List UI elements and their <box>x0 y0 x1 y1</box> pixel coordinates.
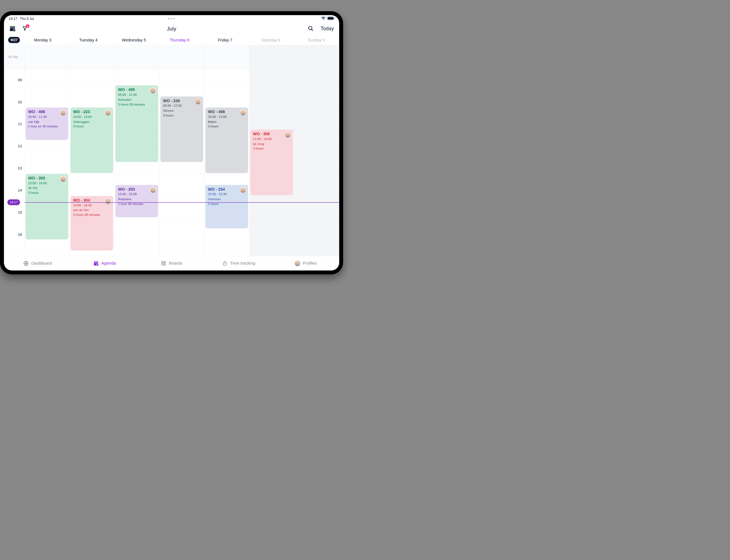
hour-label: 16 <box>18 233 22 237</box>
calendar-event[interactable]: WO - 49810:00 - 11:30van Dijk1 hour en 3… <box>25 108 68 140</box>
day-header[interactable]: Monday 3 <box>20 38 66 42</box>
event-duration: 3 hours <box>163 114 201 117</box>
event-person: Malen <box>208 120 246 123</box>
day-header[interactable]: Friday 7 <box>202 38 248 42</box>
bottom-nav: Dashboard Agenda Boards Time tracking Pr… <box>4 256 339 270</box>
calendar-event[interactable]: WO - 30414:00 - 16:30van de Ven2 hours 3… <box>71 196 113 251</box>
allday-cell[interactable] <box>294 45 339 69</box>
grid-icon <box>161 260 167 266</box>
event-duration: 3 hours <box>208 125 246 128</box>
event-duration: 3 hours <box>253 147 291 150</box>
svg-rect-9 <box>162 264 163 265</box>
event-time: 09:30 - 12:30 <box>163 104 201 108</box>
avatar <box>295 260 300 266</box>
nav-label: Boards <box>169 261 183 266</box>
days-header: W27 Monday 3Tuesday 4Wednesday 5Thursday… <box>4 35 339 45</box>
calendar-event[interactable]: WO - 29313:30 - 15:00Reijnders1 hour 30 … <box>115 185 158 217</box>
avatar <box>150 87 157 94</box>
event-time: 11:00 - 14:00 <box>253 137 291 141</box>
status-bar: 14:17 Thu 6 Jul <box>4 15 339 22</box>
hour-label: 11 <box>18 122 22 126</box>
event-time: 10:00 - 11:30 <box>28 115 66 118</box>
day-column[interactable]: WO - 22310:00 - 13:00Verbruggen3 hoursWO… <box>69 69 115 256</box>
day-header[interactable]: Thursday 6 <box>157 38 202 42</box>
event-duration: 3 hours <box>73 125 111 128</box>
svg-rect-7 <box>162 262 163 263</box>
event-duration: 2 hours 30 minutes <box>73 213 111 217</box>
day-header[interactable]: Tuesday 4 <box>66 38 111 42</box>
multitask-dots-icon[interactable] <box>4 18 339 19</box>
nav-label: Time tracking <box>230 261 255 266</box>
nav-label: Agenda <box>101 261 116 266</box>
calendar-grid[interactable]: All day 0910111213141516 14:17 WO - 4981… <box>4 45 339 256</box>
allday-cell[interactable] <box>159 45 204 69</box>
nav-dashboard[interactable]: Dashboard <box>4 256 71 270</box>
search-icon[interactable] <box>307 25 314 32</box>
current-time-pill: 14:17 <box>7 199 20 205</box>
avatar <box>150 187 157 193</box>
calendar-event[interactable]: WO - 30611:00 - 14:00de Jong3 hours <box>250 130 293 195</box>
svg-point-4 <box>309 26 312 30</box>
calendar-event[interactable]: WO - 49810:00 - 13:00Malen3 hours <box>206 108 248 173</box>
calendar-event[interactable]: WO - 22310:00 - 13:00Verbruggen3 hours <box>71 108 113 173</box>
nav-time-tracking[interactable]: Time tracking <box>205 256 272 270</box>
globe-icon <box>23 260 29 266</box>
event-time: 10:00 - 13:00 <box>208 115 246 118</box>
day-column[interactable]: WO - 49810:00 - 13:00Malen3 hoursWO - 25… <box>204 69 250 256</box>
nav-label: Profiles <box>303 261 317 266</box>
current-time-line: 14:17 <box>24 202 339 202</box>
day-column[interactable]: WO - 49509:00 - 12:30Schouten3 hours 30 … <box>115 69 160 256</box>
allday-cell[interactable] <box>69 45 115 69</box>
event-time: 13:00 - 16:00 <box>28 181 66 185</box>
hour-label: 09 <box>18 78 22 82</box>
event-duration: 3 hours <box>28 191 66 195</box>
avatar <box>240 187 246 193</box>
calendar-event[interactable]: WO - 49509:00 - 12:30Schouten3 hours 30 … <box>115 85 158 162</box>
day-header[interactable]: Sunday 9 <box>294 38 339 42</box>
event-time: 13:30 - 15:30 <box>208 192 246 196</box>
nav-label: Dashboard <box>31 261 52 266</box>
event-person: van Dijk <box>28 120 66 123</box>
allday-cell[interactable] <box>249 45 294 69</box>
stopwatch-icon <box>222 260 228 266</box>
hour-label: 12 <box>18 144 22 148</box>
day-column[interactable]: WO - 30611:00 - 14:00de Jong3 hours <box>249 69 294 256</box>
event-time: 09:00 - 12:30 <box>118 93 156 96</box>
event-person: de Jong <box>253 142 291 146</box>
event-duration: 1 hour en 30 minutes <box>28 125 66 128</box>
nav-agenda[interactable]: Agenda <box>71 256 138 270</box>
event-person: Simons <box>163 109 201 113</box>
day-header[interactable]: Wednesday 5 <box>111 38 157 42</box>
app-header: 1 July Today <box>4 22 339 35</box>
week-badge: W27 <box>8 37 20 43</box>
svg-rect-10 <box>164 264 166 265</box>
calendar-event[interactable]: WO - 39313:00 - 16:00de Vrij3 hours <box>25 174 68 239</box>
day-column[interactable]: WO - 23609:30 - 12:30Simons3 hours <box>159 69 204 256</box>
allday-cell[interactable] <box>204 45 250 69</box>
avatar <box>285 132 291 138</box>
day-column[interactable]: WO - 49810:00 - 11:30van Dijk1 hour en 3… <box>24 69 69 256</box>
nav-boards[interactable]: Boards <box>138 256 205 270</box>
event-person: van de Ven <box>73 208 111 212</box>
nav-profiles[interactable]: Profiles <box>272 256 339 270</box>
day-column[interactable] <box>294 69 339 256</box>
hour-label: 14 <box>18 188 22 193</box>
avatar <box>60 109 67 116</box>
hour-label: 13 <box>18 166 22 171</box>
event-duration: 3 hours 30 minutes <box>118 102 156 106</box>
calendar-event[interactable]: WO - 23609:30 - 12:30Simons3 hours <box>160 97 203 162</box>
day-header[interactable]: Saturday 8 <box>248 38 294 42</box>
calendar-event[interactable]: WO - 25413:30 - 15:30Veerman2 hours <box>206 185 248 228</box>
event-person: Veerman <box>208 197 246 201</box>
event-person: Schouten <box>118 98 156 101</box>
hour-label: 15 <box>18 211 22 215</box>
calendar-clock-icon <box>93 260 99 266</box>
allday-cell[interactable] <box>24 45 69 69</box>
allday-cell[interactable] <box>115 45 160 69</box>
header-title: July <box>4 25 339 31</box>
svg-rect-8 <box>164 262 166 263</box>
avatar <box>195 98 202 105</box>
event-time: 13:30 - 15:00 <box>118 192 156 196</box>
event-person: de Vrij <box>28 186 66 190</box>
event-time: 14:00 - 16:30 <box>73 203 111 207</box>
